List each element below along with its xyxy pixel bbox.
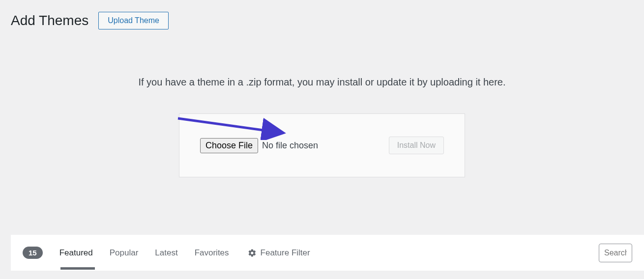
upload-theme-button[interactable]: Upload Theme (98, 12, 169, 29)
filter-bar: 15 Featured Popular Latest Favorites Fea… (11, 235, 644, 271)
search-input[interactable] (599, 244, 632, 262)
upload-panel: If you have a theme in a .zip format, yo… (0, 34, 644, 197)
feature-filter-button[interactable]: Feature Filter (248, 248, 310, 258)
svg-line-1 (178, 118, 281, 133)
upload-info-text: If you have a theme in a .zip format, yo… (11, 77, 633, 88)
tab-favorites[interactable]: Favorites (195, 237, 229, 269)
annotation-arrow-icon (176, 115, 291, 140)
file-chooser: Choose File No file chosen (200, 138, 318, 153)
choose-file-button[interactable]: Choose File (200, 138, 258, 153)
no-file-chosen-text: No file chosen (262, 140, 318, 151)
tab-popular[interactable]: Popular (110, 237, 139, 269)
gear-icon (248, 249, 257, 257)
tab-latest[interactable]: Latest (155, 237, 177, 269)
tab-featured[interactable]: Featured (59, 237, 93, 269)
install-now-button[interactable]: Install Now (389, 137, 444, 154)
feature-filter-label: Feature Filter (261, 248, 310, 258)
theme-count-badge: 15 (23, 247, 43, 259)
page-title: Add Themes (11, 13, 88, 28)
filter-tabs: Featured Popular Latest Favorites (59, 237, 229, 269)
